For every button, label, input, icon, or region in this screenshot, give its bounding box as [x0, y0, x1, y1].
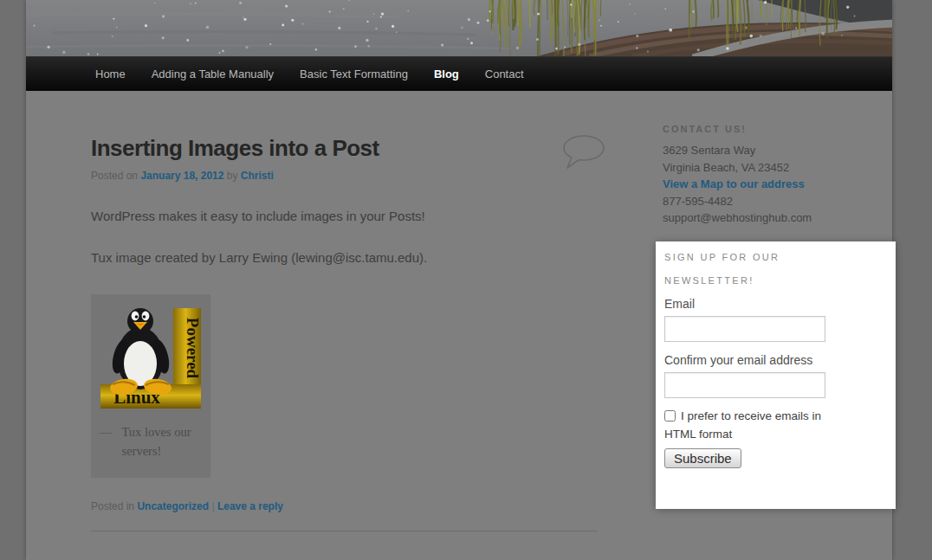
post-article: Inserting Images into a Post Posted on J… [91, 91, 611, 531]
nav-item-basic-text-formatting[interactable]: Basic Text Formatting [287, 57, 421, 92]
address-line-2: Virginia Beach, VA 23452 [663, 159, 896, 177]
footer-separator: | [211, 500, 214, 512]
page-title: Inserting Images into a Post [91, 135, 611, 162]
post-paragraph: WordPress makes it easy to include image… [91, 209, 611, 223]
posted-in-label: Posted in [91, 500, 134, 512]
nav-item-contact[interactable]: Contact [472, 57, 537, 92]
tux-linux-powered-image[interactable]: Powered Linux [100, 303, 201, 409]
subscribe-button[interactable]: Subscribe [664, 448, 741, 468]
html-format-checkbox[interactable] [664, 410, 676, 422]
entry-footer: Posted in Uncategorized | Leave a reply [91, 500, 611, 512]
support-email: support@webhostinghub.com [663, 209, 896, 227]
header-image [26, 0, 892, 56]
newsletter-heading-line2: NEWSLETTER! [664, 275, 887, 286]
confirm-email-label: Confirm your email address [664, 353, 887, 367]
linux-powered-logo: Powered Linux [100, 303, 201, 409]
posted-on-label: Posted on [91, 170, 138, 182]
contact-us-heading: CONTACT US! [663, 124, 896, 134]
main-nav: Home Adding a Table Manually Basic Text … [26, 56, 892, 91]
comment-bubble-icon[interactable] [561, 134, 608, 172]
image-caption: — Tux loves our servers! [91, 409, 210, 478]
post-date-link[interactable]: January 18, 2012 [140, 170, 223, 182]
post-author-link[interactable]: Christi [241, 170, 274, 182]
newsletter-signup-panel: SIGN UP FOR OUR NEWSLETTER! Email Confir… [656, 241, 896, 509]
email-input[interactable] [664, 316, 825, 342]
confirm-email-input[interactable] [664, 372, 825, 398]
page: Home Adding a Table Manually Basic Text … [0, 0, 932, 560]
by-label: by [227, 170, 238, 182]
willow-pond-photo [26, 0, 892, 56]
sidebar: CONTACT US! 3629 Sentara Way Virginia Be… [663, 124, 896, 227]
html-format-option: I prefer to receive emails in HTML forma… [664, 407, 842, 443]
address-line-1: 3629 Sentara Way [663, 142, 896, 159]
nav-menu: Home Adding a Table Manually Basic Text … [26, 57, 892, 92]
map-link[interactable]: View a Map to our address [663, 176, 805, 193]
nav-item-home[interactable]: Home [82, 57, 139, 92]
contact-info: 3629 Sentara Way Virginia Beach, VA 2345… [663, 142, 896, 227]
leave-reply-link[interactable]: Leave a reply [217, 500, 283, 512]
caption-dash: — [100, 422, 113, 460]
post-paragraph: Tux image created by Larry Ewing (lewing… [91, 250, 611, 265]
email-label: Email [664, 297, 887, 311]
tux-penguin [109, 308, 172, 396]
nav-item-adding-a-table-manually[interactable]: Adding a Table Manually [139, 57, 287, 92]
html-format-label: I prefer to receive emails in HTML forma… [664, 409, 821, 441]
post-image-figure: Powered Linux [91, 294, 210, 478]
newsletter-heading-line1: SIGN UP FOR OUR [664, 252, 887, 262]
entry-meta: Posted on January 18, 2012 by Christi [91, 170, 611, 182]
nav-item-blog[interactable]: Blog [421, 57, 472, 92]
post-divider [91, 531, 598, 531]
caption-text: Tux loves our servers! [122, 422, 202, 460]
category-link[interactable]: Uncategorized [137, 500, 209, 512]
phone-number: 877-595-4482 [663, 193, 896, 210]
powered-label: Powered [184, 318, 201, 379]
